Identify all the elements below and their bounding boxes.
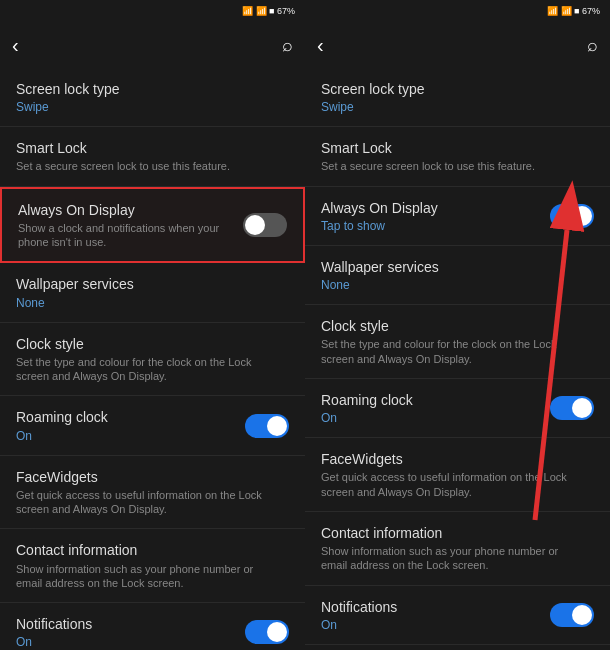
- status-icons-text-right: 📶 📶 ■ 67%: [547, 6, 600, 16]
- toggle-always-on-display[interactable]: [550, 204, 594, 228]
- back-button-left[interactable]: ‹: [12, 34, 19, 57]
- item-desc-contact-information: Show information such as your phone numb…: [16, 562, 281, 591]
- settings-item-always-on-display[interactable]: Always On DisplayShow a clock and notifi…: [0, 187, 305, 264]
- status-bar-left: 📶 📶 ■ 67%: [0, 0, 305, 22]
- left-panel: 📶 📶 ■ 67% ‹ ⌕ Screen lock typeSwipeSmart…: [0, 0, 305, 650]
- item-title-clock-style: Clock style: [321, 317, 586, 335]
- item-title-smart-lock: Smart Lock: [321, 139, 586, 157]
- item-title-wallpaper-services: Wallpaper services: [16, 275, 281, 293]
- item-title-notifications: Notifications: [16, 615, 237, 633]
- item-subtitle-roaming-clock: On: [16, 429, 237, 443]
- item-desc-contact-information: Show information such as your phone numb…: [321, 544, 586, 573]
- item-desc-smart-lock: Set a secure screen lock to use this fea…: [321, 159, 586, 173]
- settings-item-notifications[interactable]: NotificationsOn: [305, 586, 610, 645]
- item-title-face-widgets: FaceWidgets: [321, 450, 586, 468]
- toggle-knob-roaming-clock: [572, 398, 592, 418]
- toggle-knob-always-on-display: [245, 215, 265, 235]
- item-text-notifications: NotificationsOn: [321, 598, 550, 632]
- item-text-roaming-clock: Roaming clockOn: [321, 391, 550, 425]
- settings-item-wallpaper-services[interactable]: Wallpaper servicesNone: [0, 263, 305, 322]
- item-desc-face-widgets: Get quick access to useful information o…: [16, 488, 281, 517]
- item-text-wallpaper-services: Wallpaper servicesNone: [16, 275, 289, 309]
- item-text-clock-style: Clock styleSet the type and colour for t…: [321, 317, 594, 366]
- status-icons-right: 📶 📶 ■ 67%: [547, 6, 600, 16]
- item-text-contact-information: Contact informationShow information such…: [16, 541, 289, 590]
- item-subtitle-screen-lock-type: Swipe: [321, 100, 586, 114]
- item-title-smart-lock: Smart Lock: [16, 139, 281, 157]
- settings-item-clock-style[interactable]: Clock styleSet the type and colour for t…: [0, 323, 305, 397]
- item-text-notifications: NotificationsOn: [16, 615, 245, 649]
- toggle-roaming-clock[interactable]: [550, 396, 594, 420]
- item-title-roaming-clock: Roaming clock: [321, 391, 542, 409]
- settings-item-screen-lock-type[interactable]: Screen lock typeSwipe: [0, 68, 305, 127]
- toggle-notifications[interactable]: [550, 603, 594, 627]
- settings-item-clock-style[interactable]: Clock styleSet the type and colour for t…: [305, 305, 610, 379]
- settings-item-wallpaper-services[interactable]: Wallpaper servicesNone: [305, 246, 610, 305]
- search-icon-right[interactable]: ⌕: [587, 35, 598, 56]
- item-title-notifications: Notifications: [321, 598, 542, 616]
- item-text-roaming-clock: Roaming clockOn: [16, 408, 245, 442]
- item-text-smart-lock: Smart LockSet a secure screen lock to us…: [321, 139, 594, 173]
- settings-item-screen-lock-type[interactable]: Screen lock typeSwipe: [305, 68, 610, 127]
- back-button-right[interactable]: ‹: [317, 34, 324, 57]
- status-bar-right: 📶 📶 ■ 67%: [305, 0, 610, 22]
- settings-item-smart-lock[interactable]: Smart LockSet a secure screen lock to us…: [0, 127, 305, 186]
- item-desc-clock-style: Set the type and colour for the clock on…: [16, 355, 281, 384]
- status-icons-left: 📶 📶 ■ 67%: [242, 6, 295, 16]
- item-title-screen-lock-type: Screen lock type: [16, 80, 281, 98]
- settings-item-always-on-display[interactable]: Always On DisplayTap to show: [305, 187, 610, 246]
- item-desc-face-widgets: Get quick access to useful information o…: [321, 470, 586, 499]
- header-left: ‹ ⌕: [0, 22, 305, 68]
- toggle-knob-notifications: [572, 605, 592, 625]
- item-text-clock-style: Clock styleSet the type and colour for t…: [16, 335, 289, 384]
- item-title-contact-information: Contact information: [16, 541, 281, 559]
- item-desc-clock-style: Set the type and colour for the clock on…: [321, 337, 586, 366]
- item-text-smart-lock: Smart LockSet a secure screen lock to us…: [16, 139, 289, 173]
- settings-list-left: Screen lock typeSwipeSmart LockSet a sec…: [0, 68, 305, 650]
- search-icon-left[interactable]: ⌕: [282, 35, 293, 56]
- item-desc-always-on-display: Show a clock and notifications when your…: [18, 221, 235, 250]
- settings-item-roaming-clock[interactable]: Roaming clockOn: [0, 396, 305, 455]
- item-title-always-on-display: Always On Display: [18, 201, 235, 219]
- settings-item-contact-information[interactable]: Contact informationShow information such…: [305, 512, 610, 586]
- item-text-screen-lock-type: Screen lock typeSwipe: [321, 80, 594, 114]
- item-text-face-widgets: FaceWidgetsGet quick access to useful in…: [16, 468, 289, 517]
- item-title-always-on-display: Always On Display: [321, 199, 542, 217]
- item-text-always-on-display: Always On DisplayShow a clock and notifi…: [18, 201, 243, 250]
- settings-item-smart-lock[interactable]: Smart LockSet a secure screen lock to us…: [305, 127, 610, 186]
- settings-item-face-widgets[interactable]: FaceWidgetsGet quick access to useful in…: [305, 438, 610, 512]
- toggle-knob-notifications: [267, 622, 287, 642]
- item-text-screen-lock-type: Screen lock typeSwipe: [16, 80, 289, 114]
- toggle-notifications[interactable]: [245, 620, 289, 644]
- item-title-face-widgets: FaceWidgets: [16, 468, 281, 486]
- settings-item-contact-information[interactable]: Contact informationShow information such…: [0, 529, 305, 603]
- item-subtitle-wallpaper-services: None: [321, 278, 586, 292]
- item-title-screen-lock-type: Screen lock type: [321, 80, 586, 98]
- item-subtitle-roaming-clock: On: [321, 411, 542, 425]
- item-subtitle-always-on-display: Tap to show: [321, 219, 542, 233]
- toggle-knob-roaming-clock: [267, 416, 287, 436]
- item-title-contact-information: Contact information: [321, 524, 586, 542]
- settings-list-right: Screen lock typeSwipeSmart LockSet a sec…: [305, 68, 610, 650]
- item-title-wallpaper-services: Wallpaper services: [321, 258, 586, 276]
- settings-item-notifications[interactable]: NotificationsOn: [0, 603, 305, 650]
- header-right: ‹ ⌕: [305, 22, 610, 68]
- item-subtitle-notifications: On: [16, 635, 237, 649]
- item-text-contact-information: Contact informationShow information such…: [321, 524, 594, 573]
- item-title-roaming-clock: Roaming clock: [16, 408, 237, 426]
- item-subtitle-wallpaper-services: None: [16, 296, 281, 310]
- settings-item-roaming-clock[interactable]: Roaming clockOn: [305, 379, 610, 438]
- item-subtitle-notifications: On: [321, 618, 542, 632]
- right-panel: 📶 📶 ■ 67% ‹ ⌕ Screen lock typeSwipeSmart…: [305, 0, 610, 650]
- toggle-always-on-display[interactable]: [243, 213, 287, 237]
- status-icons-text-left: 📶 📶 ■ 67%: [242, 6, 295, 16]
- item-text-face-widgets: FaceWidgetsGet quick access to useful in…: [321, 450, 594, 499]
- item-text-wallpaper-services: Wallpaper servicesNone: [321, 258, 594, 292]
- item-desc-smart-lock: Set a secure screen lock to use this fea…: [16, 159, 281, 173]
- item-title-clock-style: Clock style: [16, 335, 281, 353]
- settings-item-face-widgets[interactable]: FaceWidgetsGet quick access to useful in…: [0, 456, 305, 530]
- item-subtitle-screen-lock-type: Swipe: [16, 100, 281, 114]
- item-text-always-on-display: Always On DisplayTap to show: [321, 199, 550, 233]
- toggle-roaming-clock[interactable]: [245, 414, 289, 438]
- toggle-knob-always-on-display: [572, 206, 592, 226]
